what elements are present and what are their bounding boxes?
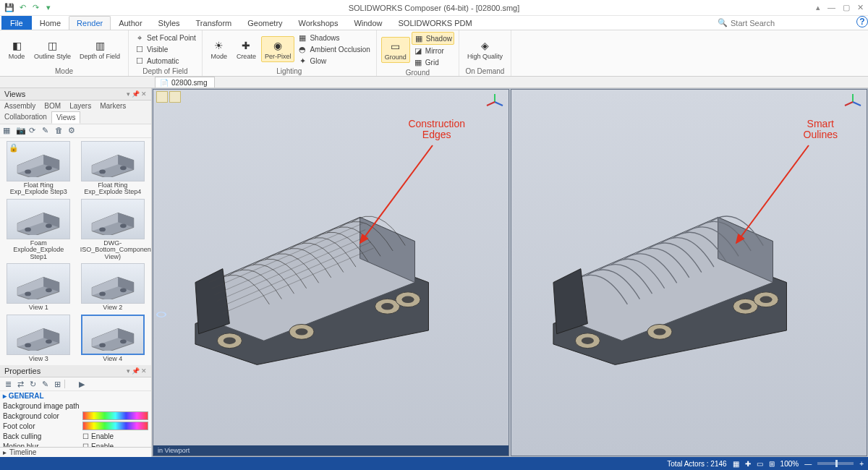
viewport-right[interactable]: SmartOulines <box>511 89 867 456</box>
view-card[interactable]: Float Ring Exp_Explode Step4 <box>77 141 149 196</box>
prop-value[interactable] <box>82 422 148 430</box>
ribbon-small-grid[interactable]: ▦Grid <box>412 56 454 68</box>
status-icon-1[interactable]: ▦ <box>733 460 739 468</box>
view-card[interactable]: 🔒Float Ring Exp_Explode Step3 <box>3 141 75 196</box>
ribbon-tab-solidworks-pdm[interactable]: SOLIDWORKS PDM <box>391 16 480 30</box>
panel-menu-icon[interactable]: 📌 <box>132 90 140 98</box>
prop-tool-1[interactable]: ≣ <box>3 379 13 389</box>
prop-tool-3[interactable]: ↻ <box>27 379 38 389</box>
prop-row[interactable]: Foot color <box>0 421 151 431</box>
ribbon-tab-render[interactable]: Render <box>69 16 111 30</box>
ribbon-tab-geometry[interactable]: Geometry <box>239 16 290 30</box>
help-icon[interactable]: ? <box>856 16 868 27</box>
ribbon-small-visible[interactable]: ☐Visible <box>133 43 197 55</box>
vp-tool-2[interactable] <box>169 91 181 103</box>
color-swatch[interactable] <box>82 411 148 420</box>
ribbon-small-ambient-occlusion[interactable]: ◓Ambient Occlusion <box>296 43 371 55</box>
ribbon-tab-transform[interactable]: Transform <box>188 16 240 30</box>
prop-close-icon[interactable]: ✕ <box>141 367 147 375</box>
view-card[interactable]: View 4 <box>77 315 149 362</box>
prop-row[interactable]: Motion blur☐Enable <box>0 441 151 447</box>
views-subtab-assembly[interactable]: Assembly <box>0 101 40 111</box>
zoom-slider[interactable] <box>817 462 854 465</box>
zoom-in-icon[interactable]: + <box>859 460 864 468</box>
prop-pin-icon[interactable]: ▾ <box>127 367 130 375</box>
prop-row[interactable]: Back culling☐Enable <box>0 431 151 441</box>
ribbon-tab-workshops[interactable]: Workshops <box>291 16 346 30</box>
ribbon-btn-per-pixel[interactable]: ◉Per-Pixel <box>261 36 295 62</box>
status-icon-3[interactable]: ▭ <box>757 460 763 468</box>
prop-tool-4[interactable]: ✎ <box>40 379 50 389</box>
views-subtab-bom[interactable]: BOM <box>40 101 65 111</box>
axis-triad-icon[interactable] <box>843 93 862 111</box>
panel-close-icon[interactable]: ✕ <box>141 90 147 98</box>
prop-tool-2[interactable]: ⇄ <box>15 379 25 389</box>
prop-value[interactable] <box>82 411 148 420</box>
search-box[interactable]: 🔍 <box>718 16 852 30</box>
search-input[interactable] <box>731 19 846 27</box>
ribbon-tab-window[interactable]: Window <box>346 16 390 30</box>
ribbon-btn-mode[interactable]: ◧Mode <box>4 36 29 62</box>
view-tool-6[interactable]: ⚙ <box>68 126 78 136</box>
nav-ring-icon[interactable] <box>156 311 168 317</box>
ribbon-small-shadows[interactable]: ▦Shadows <box>296 32 371 43</box>
view-tool-2[interactable]: 📷 <box>16 126 26 136</box>
checkbox-icon[interactable]: ☐ <box>82 432 89 440</box>
viewport-left[interactable]: ConstructionEdges in Viewport <box>153 89 509 456</box>
vp-tool-1[interactable] <box>156 91 168 103</box>
pin-icon[interactable]: ▾ <box>127 90 130 98</box>
ribbon-tab-home[interactable]: Home <box>32 16 69 30</box>
views-subtab-layers[interactable]: Layers <box>65 101 95 111</box>
view-tool-1[interactable]: ▦ <box>3 126 13 136</box>
save-icon[interactable]: 💾 <box>4 3 14 13</box>
undo-icon[interactable]: ↶ <box>17 3 27 13</box>
ribbon-small-set-focal-point[interactable]: ⌖Set Focal Point <box>133 32 197 43</box>
ribbon-btn-outline-style[interactable]: ◫Outline Style <box>30 36 75 62</box>
ribbon-btn-ground[interactable]: ▭Ground <box>381 37 410 63</box>
axis-triad-icon[interactable] <box>485 93 504 111</box>
ribbon-btn-mode[interactable]: ☀Mode <box>207 36 231 62</box>
view-card[interactable]: View 3 <box>3 315 75 362</box>
close-icon[interactable]: ✕ <box>857 3 864 12</box>
qat-dropdown-icon[interactable]: ▾ <box>43 3 54 13</box>
file-menu[interactable]: File <box>1 16 32 30</box>
prop-value[interactable]: ☐Enable <box>82 432 148 440</box>
prop-menu-icon[interactable]: 📌 <box>132 367 140 375</box>
color-swatch[interactable] <box>82 422 148 430</box>
ribbon-btn-depth-of-field[interactable]: ▥Depth of Field <box>76 36 124 62</box>
minimize-icon[interactable]: — <box>827 3 835 12</box>
view-card[interactable]: Foam Explode_Explode Step1 <box>3 199 75 260</box>
timeline-tab[interactable]: ▸ Timeline <box>0 447 151 457</box>
view-tool-3[interactable]: ⟳ <box>29 126 39 136</box>
zoom-out-icon[interactable]: — <box>804 460 812 468</box>
prop-tool-5[interactable]: ⊞ <box>52 379 62 389</box>
prop-group-general[interactable]: ▸ GENERAL <box>0 391 151 401</box>
ribbon-btn-high-quality[interactable]: ◈High Quality <box>464 36 506 62</box>
prop-row[interactable]: Background image path <box>0 401 151 411</box>
views-subtab-markers[interactable]: Markers <box>95 101 130 111</box>
timeline-label: Timeline <box>9 448 36 456</box>
view-card[interactable]: DWG-ISO_Bottom_Components(Named View) <box>77 199 149 260</box>
ribbon-small-automatic[interactable]: ☐Automatic <box>133 55 197 67</box>
prop-tool-6[interactable]: ▶ <box>77 379 87 389</box>
ribbon-tab-author[interactable]: Author <box>111 16 150 30</box>
ribbon-small-shadow[interactable]: ▦Shadow <box>412 32 454 45</box>
document-tab[interactable]: 📄 02800.smg <box>155 77 215 87</box>
maximize-icon[interactable]: ▢ <box>843 3 850 12</box>
status-icon-2[interactable]: ✚ <box>745 460 751 468</box>
ribbon-btn-create[interactable]: ✚Create <box>233 36 260 62</box>
views-subtab-collaboration[interactable]: Collaboration <box>0 111 51 124</box>
view-card[interactable]: View 1 <box>3 263 75 311</box>
views-subtab-views[interactable]: Views <box>51 111 81 124</box>
ribbon-small-glow[interactable]: ✦Glow <box>296 55 371 67</box>
view-tool-4[interactable]: ✎ <box>42 126 52 136</box>
status-icon-4[interactable]: ⊞ <box>769 460 775 468</box>
quick-access-toolbar: 💾 ↶ ↷ ▾ <box>4 3 54 13</box>
ribbon-collapse-icon[interactable]: ▴ <box>816 3 820 12</box>
view-tool-5[interactable]: 🗑 <box>55 126 65 136</box>
ribbon-small-mirror[interactable]: ◪Mirror <box>412 45 454 56</box>
redo-icon[interactable]: ↷ <box>30 3 41 13</box>
view-card[interactable]: View 2 <box>77 263 149 311</box>
prop-row[interactable]: Background color <box>0 411 151 421</box>
ribbon-tab-styles[interactable]: Styles <box>150 16 188 30</box>
